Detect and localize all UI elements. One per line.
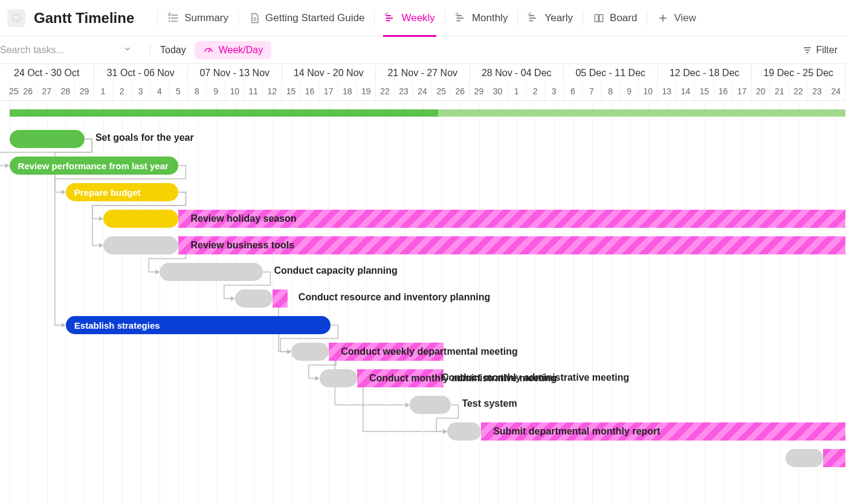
svg-marker-19 xyxy=(231,296,235,301)
day-header: 15 xyxy=(282,82,300,100)
tab-label: Yearly xyxy=(544,12,573,24)
board-icon xyxy=(593,12,605,24)
day-header: 6 xyxy=(564,82,583,100)
task-bar[interactable] xyxy=(291,343,329,361)
gantt-body[interactable]: Set goals for the yearReview performance… xyxy=(0,101,846,504)
task-label: Conduct weekly departmental meeting xyxy=(341,346,518,357)
task-label: Review holiday season xyxy=(190,213,296,224)
tab-guide[interactable]: Getting Started Guide xyxy=(247,0,366,36)
svg-marker-13 xyxy=(5,163,10,168)
day-header: 18 xyxy=(338,82,357,100)
task-stripe[interactable] xyxy=(823,449,845,467)
week-header: 19 Dec - 25 Dec xyxy=(752,64,846,82)
task-label: Conduct capacity planning xyxy=(274,265,397,276)
add-view-button[interactable]: View xyxy=(656,0,697,36)
day-header: 9 xyxy=(620,82,639,100)
svg-point-1 xyxy=(18,15,19,16)
separator xyxy=(150,44,150,57)
task-bar[interactable]: Prepare budget xyxy=(66,183,179,201)
tab-label: Monthly xyxy=(472,12,508,24)
separator xyxy=(238,11,239,25)
task-stripe[interactable]: Review holiday season xyxy=(178,210,845,228)
svg-marker-16 xyxy=(99,216,103,221)
day-header: 22 xyxy=(376,82,395,100)
task-bar[interactable] xyxy=(103,210,178,228)
task-bar[interactable]: Test system xyxy=(410,396,451,414)
search-wrap xyxy=(0,42,140,57)
day-header: 23 xyxy=(808,82,827,100)
day-header: 24 xyxy=(413,82,432,100)
tab-weekly[interactable]: Weekly xyxy=(383,0,436,36)
task-bar[interactable]: Conduct resource and inventory planning xyxy=(235,289,273,308)
svg-marker-23 xyxy=(405,402,410,407)
day-header: 26 xyxy=(451,82,470,100)
day-header: 30 xyxy=(488,82,507,100)
today-button[interactable]: Today xyxy=(160,45,186,56)
day-header: 23 xyxy=(395,82,413,100)
day-header: 16 xyxy=(301,82,320,100)
svg-marker-24 xyxy=(443,429,447,434)
task-stripe[interactable]: Conduct monthly administrative meeting xyxy=(357,369,444,387)
week-header: 05 Dec - 11 Dec xyxy=(564,64,658,82)
task-bar[interactable]: Conduct capacity planning xyxy=(160,263,263,281)
task-bar[interactable] xyxy=(320,369,357,387)
svg-point-5 xyxy=(13,20,15,21)
search-input[interactable] xyxy=(0,45,121,56)
task-stripe[interactable] xyxy=(273,289,288,308)
day-header: 22 xyxy=(789,82,808,100)
gauge-icon xyxy=(203,45,214,56)
task-bar[interactable] xyxy=(447,422,481,441)
day-header: 1 xyxy=(508,82,526,100)
gantt-timeline[interactable]: 24 Oct - 30 Oct31 Oct - 06 Nov07 Nov - 1… xyxy=(0,64,846,504)
search-chevron-icon[interactable] xyxy=(121,42,134,57)
separator xyxy=(374,11,375,25)
day-header: 17 xyxy=(320,82,338,100)
gantt-icon xyxy=(384,12,396,24)
day-header: 15 xyxy=(695,82,714,100)
zoom-level-button[interactable]: Week/Day xyxy=(195,41,272,59)
task-label: Submit departmental monthly report xyxy=(493,426,660,437)
day-header: 27 xyxy=(37,82,56,100)
day-header: 12 xyxy=(263,82,282,100)
timeline-header: 24 Oct - 30 Oct31 Oct - 06 Nov07 Nov - 1… xyxy=(0,64,846,101)
tab-monthly[interactable]: Monthly xyxy=(454,0,509,36)
task-label: Prepare budget xyxy=(66,187,149,198)
svg-point-4 xyxy=(16,21,17,22)
tab-label: Summary xyxy=(184,12,228,24)
day-header: 10 xyxy=(225,82,244,100)
day-header: 29 xyxy=(75,82,94,100)
day-header: 8 xyxy=(601,82,620,100)
task-bar[interactable] xyxy=(103,236,178,254)
tab-label: Getting Started Guide xyxy=(265,12,364,24)
separator xyxy=(157,11,158,25)
svg-point-7 xyxy=(13,15,15,16)
day-header: 17 xyxy=(733,82,752,100)
task-bar[interactable]: Establish strategies xyxy=(66,316,331,334)
day-header: 3 xyxy=(545,82,564,100)
separator xyxy=(583,11,583,25)
task-bar[interactable] xyxy=(786,449,823,467)
tab-yearly[interactable]: Yearly xyxy=(526,0,574,36)
day-header: 14 xyxy=(676,82,695,100)
task-bar[interactable]: Set goals for the year xyxy=(10,130,85,148)
svg-marker-14 xyxy=(62,190,66,195)
svg-marker-21 xyxy=(287,349,291,354)
day-header: 25 xyxy=(432,82,451,100)
svg-marker-18 xyxy=(155,270,160,274)
day-header: 7 xyxy=(583,82,601,100)
tab-board[interactable]: Board xyxy=(592,0,638,36)
app-icon xyxy=(7,9,25,27)
filter-button[interactable]: Filter xyxy=(802,45,846,56)
tab-summary[interactable]: Summary xyxy=(166,0,230,36)
svg-marker-17 xyxy=(99,243,103,248)
task-stripe[interactable]: Review business tools xyxy=(178,236,845,254)
task-bar[interactable]: Review performance from last year xyxy=(10,157,179,175)
day-header: 5 xyxy=(169,82,188,100)
task-stripe[interactable]: Submit departmental monthly report xyxy=(481,422,845,441)
task-label: Set goals for the year xyxy=(95,132,194,143)
zoom-label: Week/Day xyxy=(219,45,263,56)
svg-marker-25 xyxy=(443,429,447,434)
week-header: 07 Nov - 13 Nov xyxy=(188,64,282,82)
day-header: 1 xyxy=(94,82,112,100)
task-stripe[interactable]: Conduct weekly departmental meeting xyxy=(329,343,444,361)
